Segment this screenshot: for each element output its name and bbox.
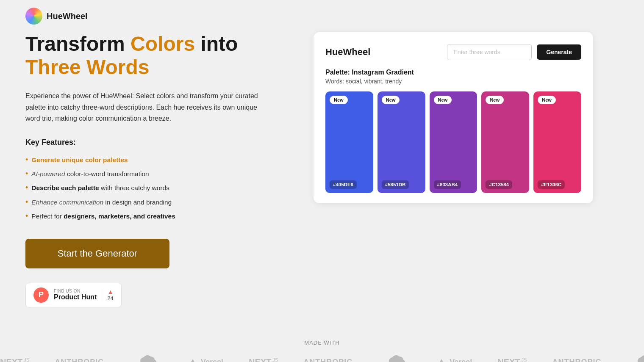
features-list: Generate unique color palettes AI-powere… xyxy=(25,153,288,224)
new-badge: New xyxy=(538,96,556,104)
feature-5: Perfect for designers, marketers, and cr… xyxy=(25,209,288,223)
nextjs-logo: NEXT.JS xyxy=(249,357,278,362)
new-badge: New xyxy=(382,96,400,104)
feature-5-pre: Perfect for xyxy=(31,213,64,220)
description: Experience the power of HueWheel: Select… xyxy=(25,91,271,124)
color-swatch-3: New#C13584 xyxy=(481,91,529,193)
btn-row: Start the Generator P FIND US ON Product… xyxy=(25,239,288,307)
logo-item-nextjs-8: NEXT.JS xyxy=(497,357,527,362)
vercel-text: Vercel xyxy=(201,358,223,362)
logos-track-wrapper: NEXT.JSANTHROPIC CLOUDFLARE Vercel NEXT.… xyxy=(0,354,644,362)
logo-text: HueWheel xyxy=(47,11,88,21)
feature-4-italic: Enhance communication xyxy=(31,199,103,206)
feature-4-rest: in design and branding xyxy=(103,199,172,206)
cloudflare-cloud-icon xyxy=(136,354,157,362)
logo-item-cloudflare-6: CLOUDFLARE xyxy=(378,354,412,362)
logo-item-cloudflare-10: CLOUDFLARE xyxy=(627,354,644,362)
logo-item-vercel-3: Vercel xyxy=(189,358,223,362)
new-badge: New xyxy=(330,96,348,104)
made-with-label: MADE WITH xyxy=(0,340,644,346)
hex-label: #405DE6 xyxy=(330,180,357,189)
palette-name: Palette: Instagram Gradient xyxy=(325,69,581,76)
right-panel: HueWheel Generate Palette: Instagram Gra… xyxy=(314,32,593,203)
headline-orange1: Colors xyxy=(130,33,195,55)
made-with-section: MADE WITH NEXT.JSANTHROPIC CLOUDFLARE Ve… xyxy=(0,340,644,362)
cloudflare-cloud-icon xyxy=(633,354,644,362)
vercel-text: Vercel xyxy=(450,358,472,362)
huewheel-card: HueWheel Generate Palette: Instagram Gra… xyxy=(314,32,593,203)
logo-item-vercel-7: Vercel xyxy=(438,358,472,362)
feature-2-italic: AI-powered xyxy=(31,170,65,177)
color-swatch-1: New#5851DB xyxy=(378,91,425,193)
svg-point-7 xyxy=(392,355,400,362)
card-title: HueWheel xyxy=(325,47,370,58)
product-hunt-name: Product Hunt xyxy=(54,293,97,301)
feature-3: Describe each palette with three catchy … xyxy=(25,181,288,195)
hex-label: #833AB4 xyxy=(434,180,461,189)
new-badge: New xyxy=(434,96,452,104)
logo-item-cloudflare-2: CLOUDFLARE xyxy=(129,354,164,362)
headline-orange2: Three Words xyxy=(25,56,150,78)
product-hunt-icon: P xyxy=(33,287,49,303)
logo-item-anthropic-9: ANTHROPIC xyxy=(552,358,601,362)
anthropic-logo: ANTHROPIC xyxy=(552,358,601,362)
new-badge: New xyxy=(486,96,504,104)
color-swatch-2: New#833AB4 xyxy=(430,91,477,193)
headline: Transform Colors into Three Words xyxy=(25,32,288,79)
header: HueWheel xyxy=(0,0,644,32)
card-header: HueWheel Generate xyxy=(325,44,581,60)
product-hunt-count: ▲ 24 xyxy=(102,288,113,301)
hex-label: #C13584 xyxy=(486,180,512,189)
words-input[interactable] xyxy=(447,44,532,60)
vercel-triangle-icon xyxy=(438,359,445,362)
generate-button[interactable]: Generate xyxy=(537,44,581,60)
svg-point-3 xyxy=(144,355,151,362)
upvote-count: 24 xyxy=(107,295,113,301)
vercel-triangle-icon xyxy=(189,359,197,362)
feature-5-bold: designers, marketers, and creatives xyxy=(64,213,175,220)
cloudflare-cloud-icon xyxy=(385,354,406,362)
feature-2: AI-powered color-to-word transformation xyxy=(25,167,288,181)
nextjs-logo: NEXT.JS xyxy=(497,357,527,362)
feature-1-text: Generate unique color palettes xyxy=(31,155,128,165)
anthropic-logo: ANTHROPIC xyxy=(55,358,104,362)
card-controls: Generate xyxy=(447,44,581,60)
product-hunt-badge[interactable]: P FIND US ON Product Hunt ▲ 24 xyxy=(25,283,122,307)
upvote-arrow: ▲ xyxy=(108,288,114,295)
headline-black1: Transform xyxy=(25,33,125,55)
start-generator-button[interactable]: Start the Generator xyxy=(25,239,169,268)
feature-2-rest: color-to-word transformation xyxy=(65,170,149,177)
nextjs-logo: NEXT.JS xyxy=(0,357,29,362)
product-hunt-text: FIND US ON Product Hunt xyxy=(54,289,97,301)
left-panel: Transform Colors into Three Words Experi… xyxy=(25,32,288,307)
color-swatch-4: New#E1306C xyxy=(533,91,581,193)
hex-label: #5851DB xyxy=(382,180,409,189)
logo-icon xyxy=(25,8,42,25)
logos-track: NEXT.JSANTHROPIC CLOUDFLARE Vercel NEXT.… xyxy=(0,354,644,362)
palette-words: Words: social, vibrant, trendy xyxy=(325,78,581,85)
feature-3-bold: Describe each palette xyxy=(31,184,99,191)
logo-item-nextjs-0: NEXT.JS xyxy=(0,357,29,362)
color-swatch-0: New#405DE6 xyxy=(325,91,373,193)
logo-item-anthropic-1: ANTHROPIC xyxy=(55,358,104,362)
hex-label: #E1306C xyxy=(538,180,565,189)
color-swatches: New#405DE6New#5851DBNew#833AB4New#C13584… xyxy=(325,91,581,193)
feature-1: Generate unique color palettes xyxy=(25,153,288,167)
feature-3-rest: with three catchy words xyxy=(99,184,169,191)
palette-info: Palette: Instagram Gradient Words: socia… xyxy=(325,69,581,85)
find-us-label: FIND US ON xyxy=(54,289,97,293)
anthropic-logo: ANTHROPIC xyxy=(303,358,353,362)
headline-black2: into xyxy=(200,33,238,55)
feature-4: Enhance communication in design and bran… xyxy=(25,195,288,209)
main-content: Transform Colors into Three Words Experi… xyxy=(0,32,644,324)
logo-item-anthropic-5: ANTHROPIC xyxy=(303,358,353,362)
logo-item-nextjs-4: NEXT.JS xyxy=(249,357,278,362)
key-features-title: Key Features: xyxy=(25,138,288,147)
